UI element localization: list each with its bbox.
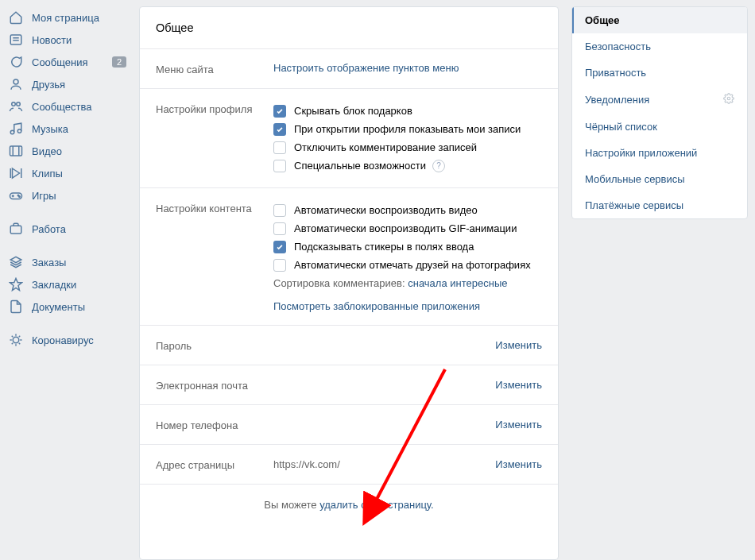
page-address-row: Адрес страницы https://vk.com/ Изменить	[140, 445, 558, 485]
nav-friends[interactable]: Друзья	[0, 73, 137, 95]
content-settings-block: Настройки контента Автоматически воспрои…	[140, 188, 558, 326]
svg-point-13	[19, 196, 21, 198]
svg-point-24	[727, 97, 730, 100]
delete-page-link[interactable]: удалить свою страницу.	[319, 499, 434, 511]
nav-docs[interactable]: Документы	[0, 295, 137, 318]
checkbox-label: Автоматически воспроизводить GIF-анимаци…	[294, 222, 517, 234]
checkbox-row[interactable]: Автоматически воспроизводить GIF-анимаци…	[273, 219, 542, 238]
tab-label: Уведомления	[585, 94, 649, 106]
tab-security[interactable]: Безопасность	[572, 33, 747, 60]
video-icon	[8, 144, 24, 158]
phone-row: Номер телефона Изменить	[140, 405, 558, 445]
footer-prefix: Вы можете	[264, 499, 319, 511]
tab-mobile[interactable]: Мобильные сервисы	[572, 166, 747, 192]
checkbox-label: Автоматически отмечать друзей на фотогра…	[294, 259, 531, 271]
page-title: Общее	[140, 7, 558, 49]
checkbox-row[interactable]: Отключить комментирование записей	[273, 138, 542, 156]
svg-point-7	[17, 129, 21, 133]
change-phone-link[interactable]: Изменить	[495, 419, 542, 431]
checkbox-unchecked-icon	[273, 204, 286, 217]
checkbox-label: Отключить комментирование записей	[294, 141, 477, 153]
checkbox-label: Специальные возможности	[294, 160, 426, 172]
nav-label: Работа	[32, 223, 130, 235]
nav-music[interactable]: Музыка	[0, 118, 137, 140]
nav-label: Заказы	[32, 257, 130, 268]
nav-clips[interactable]: Клипы	[0, 162, 137, 184]
svg-point-3	[14, 79, 18, 84]
work-icon	[8, 222, 24, 236]
tab-privacy[interactable]: Приватность	[572, 60, 747, 86]
messages-icon	[8, 55, 24, 69]
checkbox-label: При открытии профиля показывать мои запи…	[294, 123, 521, 135]
checkbox-label: Подсказывать стикеры в полях ввода	[294, 241, 474, 253]
row-label: Электронная почта	[156, 378, 273, 392]
games-icon	[8, 188, 24, 203]
nav-label: Документы	[32, 301, 130, 313]
nav-covid[interactable]: Коронавирус	[0, 329, 137, 351]
nav-bookmarks[interactable]: Закладки	[0, 273, 137, 295]
svg-rect-8	[10, 146, 22, 156]
nav-orders[interactable]: Заказы	[0, 251, 137, 273]
change-email-link[interactable]: Изменить	[495, 379, 542, 391]
tab-apps[interactable]: Настройки приложений	[572, 140, 747, 166]
friends-icon	[8, 77, 24, 91]
nav-label: Моя страница	[32, 12, 130, 24]
nav-label: Закладки	[32, 279, 130, 291]
svg-line-21	[19, 343, 21, 345]
nav-label: Сообщения	[32, 56, 112, 68]
change-address-link[interactable]: Изменить	[495, 458, 542, 470]
profile-settings-label: Настройки профиля	[156, 102, 273, 175]
nav-video[interactable]: Видео	[0, 140, 137, 162]
groups-icon	[8, 99, 24, 114]
site-menu-link[interactable]: Настроить отображение пунктов меню	[273, 62, 459, 74]
docs-icon	[8, 299, 24, 314]
gear-icon[interactable]	[723, 93, 734, 106]
tab-blacklist[interactable]: Чёрный список	[572, 114, 747, 140]
clips-icon	[8, 166, 24, 180]
checkbox-row[interactable]: При открытии профиля показывать мои запи…	[273, 120, 542, 138]
blocked-apps-link[interactable]: Посмотреть заблокированные приложения	[273, 292, 542, 312]
checkbox-unchecked-icon	[273, 141, 286, 154]
sort-value-link[interactable]: сначала интересные	[408, 277, 507, 289]
tab-label: Безопасность	[585, 41, 651, 52]
help-icon[interactable]: ?	[432, 160, 445, 172]
nav-label: Коронавирус	[32, 334, 130, 346]
nav-label: Друзья	[32, 79, 130, 91]
change-password-link[interactable]: Изменить	[495, 339, 542, 351]
checkbox-row[interactable]: Подсказывать стикеры в полях ввода	[273, 238, 542, 256]
tab-notifications[interactable]: Уведомления	[572, 86, 747, 114]
checkbox-label: Автоматически воспроизводить видео	[294, 204, 478, 216]
tab-payments[interactable]: Платёжные сервисы	[572, 192, 747, 218]
home-icon	[8, 10, 24, 25]
bookmark-icon	[8, 277, 24, 292]
row-value: https://vk.com/	[273, 458, 495, 470]
nav-groups[interactable]: Сообщества	[0, 95, 137, 118]
checkbox-row[interactable]: Скрывать блок подарков	[273, 102, 542, 120]
site-menu-label: Меню сайта	[156, 62, 273, 75]
site-menu-block: Меню сайта Настроить отображение пунктов…	[140, 49, 558, 89]
tab-general[interactable]: Общее	[572, 7, 747, 33]
tab-label: Мобильные сервисы	[585, 173, 685, 185]
settings-panel: Общее Меню сайта Настроить отображение п…	[139, 6, 559, 560]
tab-label: Платёжные сервисы	[585, 199, 683, 211]
covid-icon	[8, 333, 24, 347]
nav-work[interactable]: Работа	[0, 218, 137, 240]
nav-label: Сообщества	[32, 101, 130, 113]
news-icon	[8, 33, 24, 47]
nav-label: Музыка	[32, 123, 130, 135]
nav-mypage[interactable]: Моя страница	[0, 6, 137, 29]
left-sidebar: Моя страница Новости Сообщения 2 Друзья …	[0, 0, 137, 560]
nav-games[interactable]: Игры	[0, 184, 137, 207]
email-row: Электронная почта Изменить	[140, 365, 558, 405]
settings-tabs: Общее Безопасность Приватность Уведомлен…	[571, 6, 748, 219]
nav-news[interactable]: Новости	[0, 29, 137, 51]
checkbox-row[interactable]: Автоматически отмечать друзей на фотогра…	[273, 256, 542, 274]
nav-label: Игры	[32, 190, 130, 202]
checkbox-row[interactable]: Специальные возможности ?	[273, 156, 542, 175]
music-icon	[8, 122, 24, 136]
checkbox-unchecked-icon	[273, 259, 286, 272]
comment-sort-row: Сортировка комментариев: сначала интерес…	[273, 274, 542, 292]
nav-messages[interactable]: Сообщения 2	[0, 51, 137, 73]
checkbox-row[interactable]: Автоматически воспроизводить видео	[273, 201, 542, 219]
checkbox-unchecked-icon	[273, 222, 286, 235]
